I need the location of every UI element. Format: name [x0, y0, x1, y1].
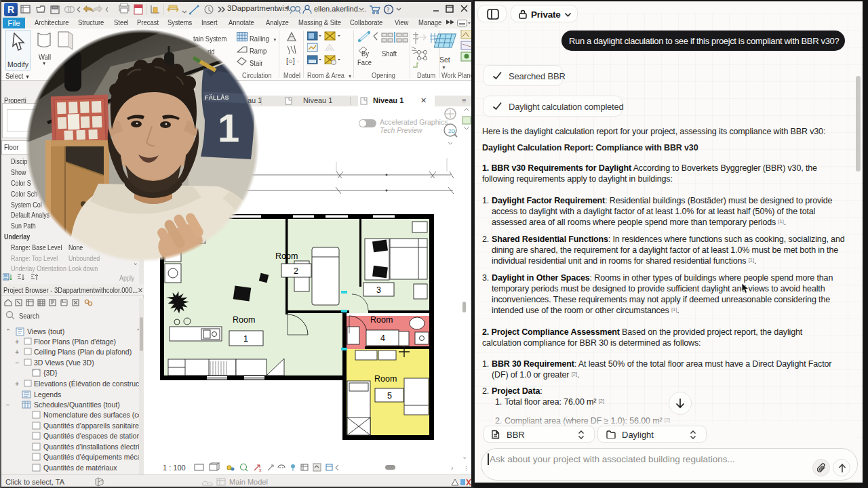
svg-text:Schedules/Quantities (tout): Schedules/Quantities (tout) [34, 401, 120, 409]
svg-text:Quantités d'installations élec: Quantités d'installations électriques [43, 443, 144, 451]
svg-text:x: x [259, 468, 262, 472]
svg-text:Quantités d'équipements mécani: Quantités d'équipements mécaniques [43, 453, 144, 461]
svg-text:[○] ▼: [○] ▼ [286, 57, 298, 65]
svg-text:2D: 2D [448, 128, 455, 134]
svg-text:Elevations (Élévation de const: Elevations (Élévation de construction) [34, 380, 144, 388]
svg-text:4: 4 [380, 333, 385, 343]
svg-text:Room: Room [233, 315, 255, 325]
svg-text:Quantités d'espaces de station: Quantités d'espaces de stationnemen [43, 432, 144, 440]
svg-text:3D Views (Vue 3D): 3D Views (Vue 3D) [34, 359, 94, 367]
svg-text:1: 1 [243, 334, 248, 344]
svg-text:2: 2 [294, 266, 298, 276]
svg-text:Floor Plans (Plan d'étage): Floor Plans (Plan d'étage) [34, 338, 116, 346]
svg-text:Room: Room [275, 251, 298, 261]
svg-text:Ceiling Plans (Plan du plafond: Ceiling Plans (Plan du plafond) [34, 348, 132, 356]
svg-text:+: + [15, 338, 19, 346]
svg-text:ellen.akerlind....: ellen.akerlind.... [314, 5, 366, 13]
svg-text:Quantités de matériaux: Quantités de matériaux [43, 464, 117, 472]
svg-text:Views (tout): Views (tout) [27, 327, 64, 336]
svg-text:Legends: Legends [34, 390, 61, 399]
svg-text:Room: Room [374, 374, 397, 384]
svg-text:Room: Room [370, 315, 393, 325]
svg-text:?: ? [387, 6, 390, 14]
svg-text:Nomenclature des surfaces (con: Nomenclature des surfaces (construc [43, 411, 144, 419]
svg-text:Quantités d'appareils sanitair: Quantités d'appareils sanitaires [43, 422, 142, 430]
svg-text:+: + [15, 348, 19, 356]
svg-text:+: + [15, 380, 19, 388]
svg-text:−: − [5, 401, 9, 409]
svg-text:3: 3 [376, 285, 381, 295]
svg-text:{3D}: {3D} [43, 369, 58, 377]
svg-text:5: 5 [387, 391, 392, 401]
svg-text:Set: Set [439, 56, 450, 64]
svg-text:▼: ▼ [441, 65, 446, 70]
svg-text:−: − [15, 359, 19, 367]
